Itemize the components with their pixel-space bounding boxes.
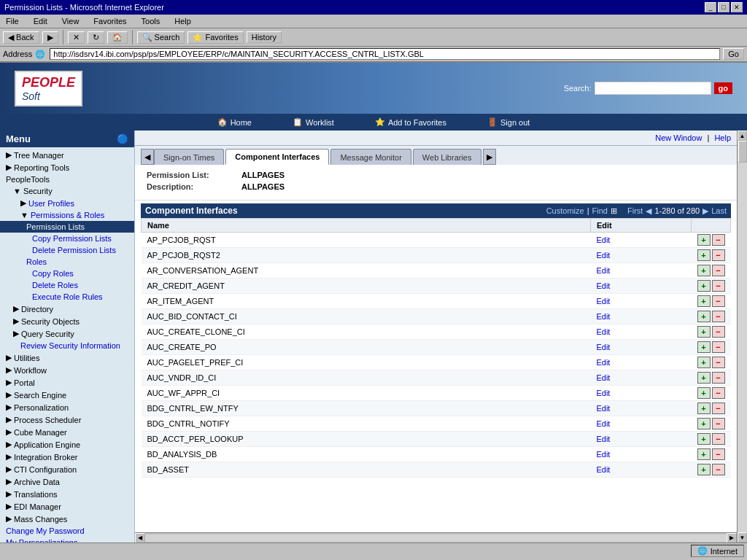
header-search-input[interactable] (595, 82, 711, 95)
menu-view[interactable]: View (59, 16, 82, 26)
remove-row-button[interactable]: − (712, 295, 725, 307)
remove-row-button[interactable]: − (712, 448, 725, 460)
sidebar-item-translations[interactable]: ▶ Translations (0, 488, 134, 500)
sidebar-item-cube-manager[interactable]: ▶ Cube Manager (0, 426, 134, 438)
close-button[interactable]: ✕ (731, 2, 743, 12)
nav-sign-out[interactable]: 🚪 Sign out (481, 115, 535, 129)
nav-worklist[interactable]: 📋 Worklist (287, 115, 340, 129)
sidebar-item-utilities[interactable]: ▶ Utilities (0, 351, 134, 364)
remove-row-button[interactable]: − (712, 265, 725, 276)
sidebar-item-roles[interactable]: Roles (0, 256, 134, 268)
add-row-button[interactable]: + (697, 357, 711, 368)
sidebar-item-user-profiles[interactable]: ▶ User Profiles (0, 197, 134, 209)
permissions-roles-link[interactable]: Permissions & Roles (31, 211, 104, 219)
remove-row-button[interactable]: − (712, 418, 725, 429)
search-button[interactable]: 🔍 Search (137, 31, 185, 44)
edit-link[interactable]: Edit (596, 358, 610, 367)
remove-row-button[interactable]: − (712, 311, 725, 322)
edit-link[interactable]: Edit (596, 404, 610, 413)
add-row-button[interactable]: + (697, 464, 711, 475)
maximize-button[interactable]: □ (718, 2, 729, 12)
sidebar-item-workflow[interactable]: ▶ Workflow (0, 364, 134, 376)
add-row-button[interactable]: + (697, 295, 711, 307)
refresh-button[interactable]: ↻ (88, 31, 104, 44)
remove-row-button[interactable]: − (712, 357, 725, 368)
address-input[interactable] (50, 48, 720, 60)
sidebar-icon[interactable]: 🔵 (117, 133, 128, 144)
remove-row-button[interactable]: − (712, 326, 725, 338)
remove-row-button[interactable]: − (712, 234, 725, 246)
sidebar-item-mass-changes[interactable]: ▶ Mass Changes (0, 513, 134, 525)
minimize-button[interactable]: _ (705, 2, 716, 12)
user-profiles-link[interactable]: User Profiles (28, 199, 74, 208)
edit-link[interactable]: Edit (596, 251, 610, 260)
add-row-button[interactable]: + (697, 418, 711, 429)
add-row-button[interactable]: + (697, 265, 711, 276)
tab-message-monitor[interactable]: Message Monitor (330, 149, 411, 165)
scroll-up-button[interactable]: ▲ (738, 131, 747, 141)
sidebar-item-my-personalizations[interactable]: My Personalizations (0, 537, 134, 542)
favorites-button[interactable]: ⭐ Favorites (187, 31, 243, 44)
sidebar-item-delete-permission-lists[interactable]: Delete Permission Lists (0, 244, 134, 256)
sidebar-item-portal[interactable]: ▶ Portal (0, 376, 134, 389)
add-row-button[interactable]: + (697, 249, 711, 261)
tab-nav-right[interactable]: ▶ (483, 149, 496, 165)
edit-link[interactable]: Edit (596, 389, 610, 397)
execute-role-rules-link[interactable]: Execute Role Rules (32, 292, 103, 301)
sidebar-item-directory[interactable]: ▶ Directory (0, 303, 134, 315)
last-link[interactable]: Last (711, 206, 727, 215)
sidebar-item-permissions-roles[interactable]: ▼ Permissions & Roles (0, 209, 134, 221)
sidebar-item-execute-role-rules[interactable]: Execute Role Rules (0, 291, 134, 303)
edit-link[interactable]: Edit (596, 312, 610, 321)
scroll-track-vertical[interactable] (738, 141, 747, 532)
add-row-button[interactable]: + (697, 311, 711, 322)
edit-link[interactable]: Edit (596, 343, 610, 351)
menu-tools[interactable]: Tools (139, 16, 163, 26)
sidebar-item-archive-data[interactable]: ▶ Archive Data (0, 475, 134, 488)
menu-edit[interactable]: Edit (31, 16, 50, 26)
add-row-button[interactable]: + (697, 372, 711, 384)
sidebar-item-copy-permission-lists[interactable]: Copy Permission Lists (0, 233, 134, 244)
tab-web-libraries[interactable]: Web Libraries (413, 149, 481, 165)
remove-row-button[interactable]: − (712, 341, 725, 353)
nav-add-favorites[interactable]: ⭐ Add to Favorites (369, 115, 452, 129)
roles-link[interactable]: Roles (26, 257, 47, 266)
sidebar-item-personalization[interactable]: ▶ Personalization (0, 401, 134, 413)
edit-link[interactable]: Edit (596, 465, 610, 474)
menu-help[interactable]: Help (171, 16, 194, 26)
add-row-button[interactable]: + (697, 402, 711, 414)
sidebar-item-process-scheduler[interactable]: ▶ Process Scheduler (0, 413, 134, 426)
sidebar-item-reporting-tools[interactable]: ▶ Reporting Tools (0, 161, 134, 174)
sidebar-item-tree-manager[interactable]: ▶ Tree Manager (0, 149, 134, 161)
window-controls[interactable]: _ □ ✕ (705, 2, 743, 12)
customize-link[interactable]: Customize (546, 206, 584, 215)
sidebar-item-review-security[interactable]: Review Security Information (0, 340, 134, 351)
tab-sign-on-times[interactable]: Sign-on Times (154, 149, 224, 165)
edit-link[interactable]: Edit (596, 266, 610, 275)
sidebar-item-change-password[interactable]: Change My Password (0, 525, 134, 537)
edit-link[interactable]: Edit (596, 297, 610, 306)
menu-favorites[interactable]: Favorites (90, 16, 129, 26)
copy-roles-link[interactable]: Copy Roles (32, 269, 74, 278)
sidebar-item-integration-broker[interactable]: ▶ Integration Broker (0, 451, 134, 463)
remove-row-button[interactable]: − (712, 280, 725, 292)
menu-file[interactable]: File (3, 16, 22, 26)
stop-button[interactable]: ✕ (68, 31, 85, 44)
scroll-right-button[interactable]: ▶ (727, 533, 737, 543)
tab-nav-left[interactable]: ◀ (141, 149, 154, 165)
nav-home[interactable]: 🏠 Home (212, 115, 258, 129)
add-row-button[interactable]: + (697, 448, 711, 460)
sidebar-item-permission-lists[interactable]: Permission Lists (0, 221, 134, 233)
sidebar-item-security[interactable]: ▼ Security (0, 185, 134, 197)
help-link[interactable]: Help (714, 133, 731, 142)
add-row-button[interactable]: + (697, 387, 711, 399)
add-row-button[interactable]: + (697, 341, 711, 353)
remove-row-button[interactable]: − (712, 464, 725, 475)
sidebar-item-search-engine[interactable]: ▶ Search Engine (0, 389, 134, 401)
vertical-scrollbar[interactable]: ▲ ▼ (737, 131, 747, 542)
scroll-down-button[interactable]: ▼ (738, 532, 747, 542)
add-row-button[interactable]: + (697, 234, 711, 246)
tab-component-interfaces[interactable]: Component Interfaces (225, 149, 329, 165)
scroll-track-horizontal[interactable] (145, 534, 727, 542)
go-button[interactable]: Go (723, 48, 744, 60)
